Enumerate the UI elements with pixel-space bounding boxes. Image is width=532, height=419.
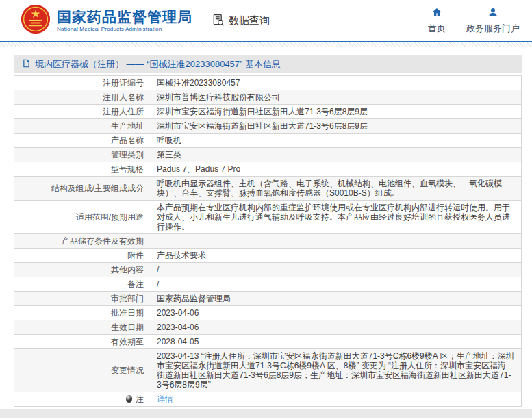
field-label: 审批部门 bbox=[14, 292, 151, 306]
nav-home[interactable]: 首页 bbox=[428, 7, 446, 35]
table-row: 附件 产品技术要求 bbox=[14, 249, 522, 263]
field-value: 深圳市宝安区福海街道新田社区新田大道71-3号6层8层9层 bbox=[151, 119, 522, 134]
field-value: 2028-04-05 bbox=[151, 335, 522, 349]
field-value: 2023-04-13 “注册人住所：深圳市宝安区福永街道新田大道71-3号C栋6… bbox=[151, 349, 522, 392]
field-value: / bbox=[151, 277, 522, 292]
table-row: 注册人住所 深圳市宝安区福海街道新田社区新田大道71-3号6层8层9层 bbox=[14, 105, 522, 119]
top-nav: 首页 政务服务门户 bbox=[428, 7, 520, 35]
field-label: 适用范围/预期用途 bbox=[14, 201, 151, 234]
field-label: 附件 bbox=[14, 249, 151, 263]
field-label-text: 注 bbox=[136, 394, 144, 404]
table-row: 有效期至 2028-04-05 bbox=[14, 335, 522, 349]
field-value: 国械注准20233080457 bbox=[151, 76, 522, 90]
field-label: 生效日期 bbox=[14, 320, 151, 335]
doc-search-icon bbox=[212, 13, 225, 29]
field-label: 注 bbox=[14, 392, 151, 407]
table-row: 生效日期 2023-04-06 bbox=[14, 320, 522, 335]
field-label: 管理类别 bbox=[14, 148, 151, 162]
document-icon bbox=[22, 59, 31, 70]
field-label: 其他内容 bbox=[14, 263, 151, 277]
field-value: 呼吸机由显示器组件、主机（含气路、电子系统、机械结构、电池组件、血氧模块、二氧化… bbox=[151, 177, 522, 201]
detail-link[interactable]: 详情 bbox=[157, 394, 173, 404]
field-value: 深圳市普博医疗科技股份有限公司 bbox=[151, 90, 522, 105]
field-value bbox=[151, 234, 522, 249]
data-query-label: 数据查询 bbox=[229, 14, 270, 27]
table-row: 注册证编号 国械注准20233080457 bbox=[14, 76, 522, 90]
field-value: 深圳市宝安区福海街道新田社区新田大道71-3号6层8层9层 bbox=[151, 105, 522, 119]
table-row: 审批部门 国家药品监督管理局 bbox=[14, 292, 522, 306]
field-label: 生产地址 bbox=[14, 119, 151, 134]
nav-service-portal[interactable]: 政务服务门户 bbox=[466, 7, 520, 35]
field-label: 结构及组成/主要组成成分 bbox=[14, 177, 151, 201]
table-row: 批准日期 2023-04-06 bbox=[14, 306, 522, 320]
home-icon bbox=[431, 7, 442, 20]
field-value: 呼吸机 bbox=[151, 134, 522, 148]
field-label: 注册人住所 bbox=[14, 105, 151, 119]
field-label: 产品储存条件及有效期 bbox=[14, 234, 151, 249]
brand: 国家药品监督管理局 National Medical Products Admi… bbox=[21, 4, 192, 37]
table-row: 注册人名称 深圳市普博医疗科技股份有限公司 bbox=[14, 90, 522, 105]
field-value: 第三类 bbox=[151, 148, 522, 162]
field-label: 注册证编号 bbox=[14, 76, 151, 90]
field-value: 详情 bbox=[151, 392, 522, 407]
table-row: 产品储存条件及有效期 bbox=[14, 234, 522, 249]
field-label: 变更情况 bbox=[14, 349, 151, 392]
data-query-tab[interactable]: 数据查询 bbox=[212, 13, 270, 29]
user-icon bbox=[487, 7, 498, 20]
field-label: 备注 bbox=[14, 277, 151, 292]
table-row: 管理类别 第三类 bbox=[14, 148, 522, 162]
footer-strip bbox=[0, 409, 532, 418]
table-row: 变更情况 2023-04-13 “注册人住所：深圳市宝安区福永街道新田大道71-… bbox=[14, 349, 522, 392]
site-header: 国家药品监督管理局 National Medical Products Admi… bbox=[0, 0, 532, 41]
table-row: 备注 / bbox=[14, 277, 522, 292]
field-label: 产品名称 bbox=[14, 134, 151, 148]
table-row: 适用范围/预期用途 本产品预期在专业医疗机构内部的重症监护环境使用或在专业医疗机… bbox=[14, 201, 522, 234]
field-value: 产品技术要求 bbox=[151, 249, 522, 263]
field-label: 批准日期 bbox=[14, 306, 151, 320]
field-value: 本产品预期在专业医疗机构内部的重症监护环境使用或在专业医疗机构内部进行转运时使用… bbox=[151, 201, 522, 234]
note-bullet-icon bbox=[126, 395, 132, 403]
table-row: 产品名称 呼吸机 bbox=[14, 134, 522, 148]
registration-info-table: 注册证编号 国械注准20233080457 注册人名称 深圳市普博医疗科技股份有… bbox=[14, 75, 522, 407]
table-row: 其他内容 / bbox=[14, 263, 522, 277]
table-row: 结构及组成/主要组成成分 呼吸机由显示器组件、主机（含气路、电子系统、机械结构、… bbox=[14, 177, 522, 201]
nav-service-portal-label: 政务服务门户 bbox=[466, 23, 520, 35]
field-value: / bbox=[151, 263, 522, 277]
field-value: 2023-04-06 bbox=[151, 320, 522, 335]
brand-text: 国家药品监督管理局 National Medical Products Admi… bbox=[57, 9, 192, 32]
field-label: 型号规格 bbox=[14, 162, 151, 177]
field-value: 国家药品监督管理局 bbox=[151, 292, 522, 306]
field-value: Padus 7、Padus 7 Pro bbox=[151, 162, 522, 177]
table-row: 型号规格 Padus 7、Padus 7 Pro bbox=[14, 162, 522, 177]
field-label: 注册人名称 bbox=[14, 90, 151, 105]
field-label: 有效期至 bbox=[14, 335, 151, 349]
national-emblem-icon bbox=[21, 4, 51, 37]
table-row: 生产地址 深圳市宝安区福海街道新田社区新田大道71-3号6层8层9层 bbox=[14, 119, 522, 134]
field-value: 2023-04-06 bbox=[151, 306, 522, 320]
breadcrumb-text: 境内医疗器械（注册） —— “国械注准20233080457” 基本信息 bbox=[35, 58, 281, 71]
table-row-note: 注 详情 bbox=[14, 392, 522, 407]
breadcrumb: 境内医疗器械（注册） —— “国械注准20233080457” 基本信息 bbox=[14, 55, 522, 73]
main-content: 境内医疗器械（注册） —— “国械注准20233080457” 基本信息 注册证… bbox=[0, 47, 532, 407]
site-subtitle: National Medical Products Administration bbox=[57, 26, 192, 32]
nav-home-label: 首页 bbox=[428, 23, 446, 35]
site-title: 国家药品监督管理局 bbox=[57, 9, 192, 25]
